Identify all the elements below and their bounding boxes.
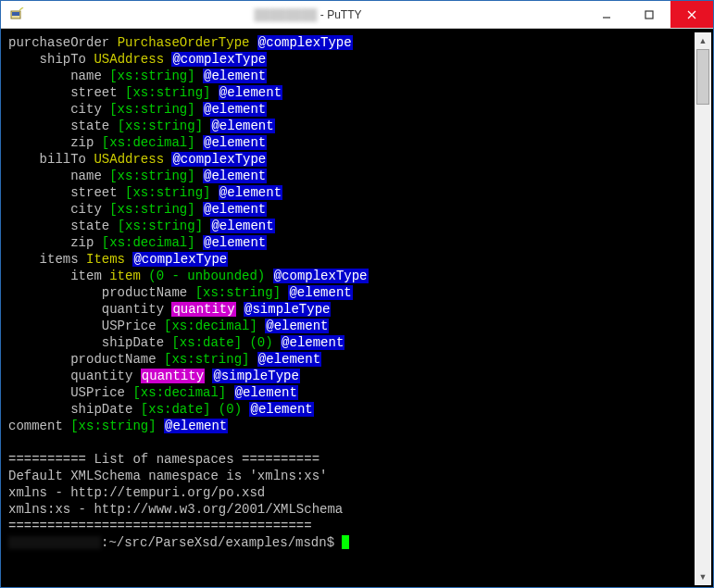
titlebar[interactable]: ████████ - PuTTY <box>1 1 713 29</box>
terminal-line: street [xs:string] @element <box>8 84 695 101</box>
minimize-button[interactable] <box>585 1 628 28</box>
scroll-up-arrow[interactable]: ▲ <box>695 32 711 49</box>
terminal-line: city [xs:string] @element <box>8 201 695 218</box>
terminal-line: quantity quantity @simpleType <box>8 301 695 318</box>
terminal-line: ========== List of namespaces ========== <box>8 451 695 468</box>
svg-rect-4 <box>645 11 653 19</box>
window-title: ████████ - PuTTY <box>31 8 585 21</box>
terminal-line: name [xs:string] @element <box>8 68 695 84</box>
terminal-line: state [xs:string] @element <box>8 118 695 134</box>
terminal-line: shipTo USAddress @complexType <box>8 51 695 68</box>
terminal-line: ======================================= <box>8 518 695 534</box>
putty-icon <box>8 6 25 23</box>
terminal-line <box>8 434 695 451</box>
putty-window: ████████ - PuTTY purchaseOrder PurchaseO… <box>0 0 714 588</box>
terminal-line: shipDate [xs:date] (0) @element <box>8 334 695 351</box>
scroll-track[interactable] <box>695 49 711 569</box>
scrollbar[interactable]: ▲ ▼ <box>695 32 711 585</box>
prompt-line: :~/src/ParseXsd/examples/msdn$ <box>8 534 695 551</box>
terminal-line: items Items @complexType <box>8 251 695 268</box>
terminal-line: zip [xs:decimal] @element <box>8 234 695 251</box>
terminal-line: zip [xs:decimal] @element <box>8 134 695 151</box>
terminal-line: USPrice [xs:decimal] @element <box>8 384 695 401</box>
terminal-line: comment [xs:string] @element <box>8 418 695 434</box>
svg-line-2 <box>19 7 23 10</box>
terminal-line: productName [xs:string] @element <box>8 284 695 301</box>
client-area: purchaseOrder PurchaseOrderType @complex… <box>1 29 713 587</box>
terminal-line: xmlns:xs - http://www.w3.org/2001/XMLSch… <box>8 501 695 518</box>
title-host-blur: ████████ <box>254 8 317 21</box>
terminal-line: quantity quantity @simpleType <box>8 368 695 384</box>
terminal[interactable]: purchaseOrder PurchaseOrderType @complex… <box>5 32 695 585</box>
terminal-line: shipDate [xs:date] (0) @element <box>8 401 695 418</box>
prompt-host-blur <box>8 536 101 549</box>
scroll-thumb[interactable] <box>696 49 709 105</box>
window-buttons <box>585 1 713 28</box>
terminal-line: USPrice [xs:decimal] @element <box>8 318 695 334</box>
terminal-line: item item (0 - unbounded) @complexType <box>8 268 695 284</box>
terminal-line: name [xs:string] @element <box>8 168 695 184</box>
terminal-line: state [xs:string] @element <box>8 218 695 234</box>
terminal-line: street [xs:string] @element <box>8 184 695 201</box>
maximize-button[interactable] <box>628 1 670 28</box>
scroll-down-arrow[interactable]: ▼ <box>695 569 711 585</box>
close-button[interactable] <box>670 1 713 28</box>
terminal-line: billTo USAddress @complexType <box>8 151 695 168</box>
terminal-line: Default XMLSchema namespace is 'xmlns:xs… <box>8 468 695 484</box>
terminal-line: city [xs:string] @element <box>8 101 695 118</box>
cursor <box>342 535 349 549</box>
svg-rect-1 <box>12 12 19 16</box>
terminal-line: productName [xs:string] @element <box>8 351 695 368</box>
terminal-line: purchaseOrder PurchaseOrderType @complex… <box>8 34 695 51</box>
terminal-line: xmlns - http://tempuri.org/po.xsd <box>8 484 695 501</box>
